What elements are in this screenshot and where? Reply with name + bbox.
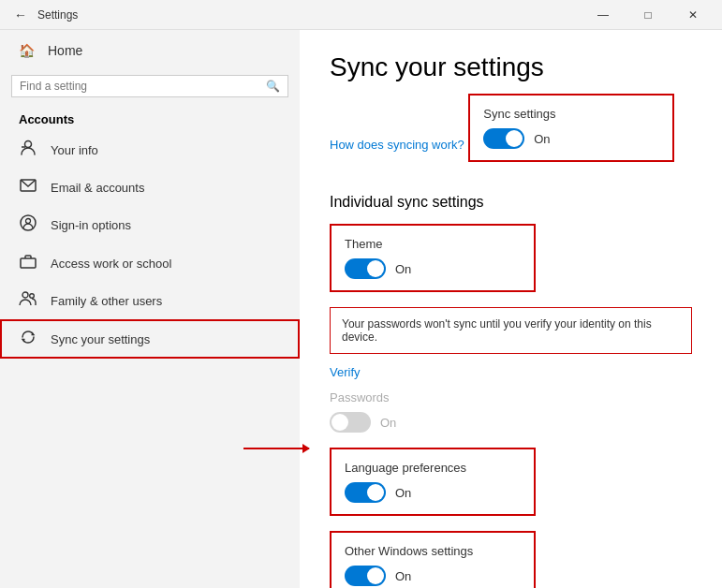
password-warning-box: Your passwords won't sync until you veri…	[330, 307, 692, 354]
minimize-button[interactable]: —	[582, 0, 625, 30]
passwords-toggle-label: On	[380, 416, 396, 430]
search-icon: 🔍	[266, 80, 280, 93]
theme-toggle[interactable]	[345, 258, 386, 279]
language-toggle-row: On	[345, 482, 521, 503]
svg-point-4	[26, 219, 31, 224]
language-toggle[interactable]	[345, 482, 386, 503]
work-school-label: Access work or school	[51, 257, 171, 271]
language-settings-box: Language preferences On	[330, 448, 536, 516]
email-icon	[19, 179, 37, 196]
theme-toggle-row: On	[345, 258, 521, 279]
sidebar-item-home[interactable]: 🏠 Home	[0, 30, 300, 71]
sidebar-item-email-accounts[interactable]: Email & accounts	[0, 169, 300, 205]
home-label: Home	[48, 43, 82, 58]
page-title: Sync your settings	[330, 52, 692, 82]
passwords-section: Passwords On	[330, 390, 692, 433]
sync-icon	[19, 329, 37, 349]
window-controls: — □ ✕	[582, 0, 715, 30]
how-syncing-link[interactable]: How does syncing work?	[330, 138, 464, 152]
language-toggle-knob	[367, 484, 384, 501]
sidebar-item-your-info[interactable]: Your info	[0, 130, 300, 169]
verify-link[interactable]: Verify	[330, 365, 361, 379]
svg-point-6	[22, 292, 28, 298]
back-button[interactable]: ←	[7, 2, 34, 28]
home-icon: 🏠	[19, 43, 35, 58]
other-settings-box: Other Windows settings On	[330, 531, 536, 588]
warning-text: Your passwords won't sync until you veri…	[342, 317, 652, 344]
sync-toggle-knob	[506, 130, 523, 147]
title-bar: ← Settings — □ ✕	[0, 0, 722, 30]
back-icon: ←	[14, 7, 27, 22]
sidebar-item-sync[interactable]: Sync your settings	[0, 319, 300, 359]
sidebar-item-family[interactable]: Family & other users	[0, 282, 300, 319]
sign-in-label: Sign-in options	[51, 218, 131, 232]
search-input[interactable]	[20, 80, 266, 93]
passwords-toggle[interactable]	[330, 412, 371, 433]
sidebar: 🏠 Home 🔍 Accounts Your info	[0, 30, 300, 588]
app-body: 🏠 Home 🔍 Accounts Your info	[0, 30, 722, 588]
theme-toggle-label: On	[395, 262, 411, 276]
language-label: Language preferences	[345, 461, 521, 475]
maximize-button[interactable]: □	[626, 0, 670, 30]
theme-label: Theme	[345, 237, 521, 251]
your-info-label: Your info	[51, 143, 98, 157]
theme-toggle-knob	[367, 260, 384, 277]
sync-toggle-label: On	[534, 132, 550, 146]
family-icon	[19, 291, 37, 310]
svg-rect-5	[21, 258, 36, 268]
passwords-toggle-knob	[332, 414, 348, 431]
sync-settings-label: Sync settings	[483, 107, 659, 121]
sign-in-icon	[19, 214, 37, 235]
passwords-label: Passwords	[330, 390, 692, 404]
sidebar-item-work-school[interactable]: Access work or school	[0, 244, 300, 282]
svg-point-7	[30, 294, 35, 299]
work-icon	[19, 254, 37, 272]
other-toggle-label: On	[395, 569, 411, 583]
sync-toggle-row: On	[483, 128, 659, 149]
email-accounts-label: Email & accounts	[51, 181, 144, 195]
family-label: Family & other users	[51, 294, 162, 308]
sync-label: Sync your settings	[51, 332, 150, 346]
sync-toggle[interactable]	[483, 128, 524, 149]
svg-point-0	[25, 141, 32, 148]
theme-settings-box: Theme On	[330, 224, 536, 292]
other-toggle[interactable]	[345, 566, 386, 586]
app-title: Settings	[37, 8, 78, 22]
content-area: Sync your settings How does syncing work…	[300, 30, 722, 588]
other-settings-label: Other Windows settings	[345, 544, 521, 558]
your-info-icon	[19, 140, 37, 160]
close-button[interactable]: ✕	[671, 0, 715, 30]
language-toggle-label: On	[395, 486, 411, 500]
other-toggle-row: On	[345, 566, 521, 586]
individual-sync-title: Individual sync settings	[330, 194, 692, 211]
passwords-toggle-row: On	[330, 412, 692, 433]
sidebar-item-sign-in[interactable]: Sign-in options	[0, 205, 300, 244]
sync-settings-box: Sync settings On	[468, 94, 674, 162]
passwords-setting: Passwords On	[330, 390, 692, 433]
search-box[interactable]: 🔍	[11, 75, 288, 97]
section-title: Accounts	[0, 105, 300, 130]
other-toggle-knob	[367, 567, 384, 584]
